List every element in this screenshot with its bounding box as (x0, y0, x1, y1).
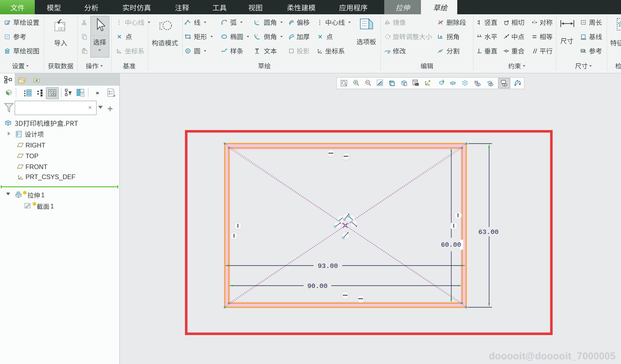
svg-text:90.00: 90.00 (307, 283, 328, 290)
svg-text:63.00: 63.00 (478, 229, 499, 236)
svg-text:93.00: 93.00 (318, 262, 338, 270)
svg-text:60.00: 60.00 (441, 241, 462, 249)
